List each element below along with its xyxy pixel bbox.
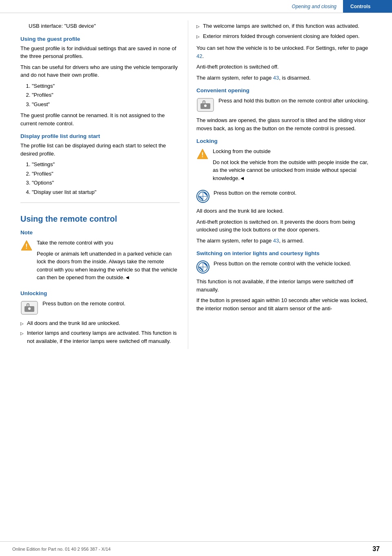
- unlocking-bullets: All doors and the trunk lid are unlocked…: [20, 319, 180, 345]
- guest-profile-heading: Using the guest profile: [20, 36, 180, 42]
- page-header: Opening and closing Controls: [0, 0, 392, 13]
- page-link-43a[interactable]: 43: [273, 75, 279, 81]
- unlocking-icon-box: Press button on the remote control.: [20, 300, 180, 315]
- locking-warning-box: ! Locking from the outside Do not lock t…: [196, 147, 372, 185]
- unlocking-antitheft-para: Anti-theft protection is switched off.: [196, 63, 372, 71]
- page-link-42[interactable]: 42: [196, 53, 202, 59]
- convenient-opening-heading: Convenient opening: [196, 87, 372, 93]
- convenient-opening-para: The windows are opened, the glass sunroo…: [196, 116, 372, 132]
- interior-lights-heading: Switching on interior lights and courtes…: [196, 250, 372, 256]
- header-chapter-label: Controls: [343, 0, 392, 13]
- locking-para1: All doors and the trunk lid are locked.: [196, 207, 372, 215]
- svg-text:!: !: [201, 151, 203, 158]
- locking-icon-text: Press button on the remote control.: [214, 189, 296, 197]
- interior-lights-para1: This function is not available, if the i…: [196, 278, 372, 294]
- note-subheading: Note: [20, 229, 180, 236]
- footer-page-number: 37: [372, 545, 380, 553]
- footer-edition: Online Edition for Part no. 01 40 2 956 …: [12, 547, 111, 552]
- header-section-label: Opening and closing: [0, 0, 343, 13]
- unlocking-alarm-para: The alarm system, refer to page 43, is d…: [196, 74, 372, 82]
- display-step-3: "Options": [32, 179, 180, 187]
- guest-step-3: "Guest": [32, 100, 180, 109]
- guest-profile-para1: The guest profile is for individual sett…: [20, 44, 180, 60]
- display-profile-para: The profile list can be displayed during…: [20, 142, 180, 158]
- chapter-title: Controls: [350, 4, 370, 9]
- guest-step-2: "Profiles": [32, 91, 180, 99]
- guest-profile-para2: This can be useful for drivers who are u…: [20, 63, 180, 79]
- remote-warning-detail: People or animals left unattended in a p…: [37, 250, 180, 282]
- interior-lights-icon-box: Press button on the remote control with …: [196, 260, 372, 274]
- left-column: USB interface: "USB device" Using the gu…: [0, 20, 188, 349]
- display-step-4: "Display user list at startup": [32, 188, 180, 196]
- section-title: Opening and closing: [292, 4, 336, 9]
- display-profile-steps: "Settings" "Profiles" "Options" "Display…: [32, 160, 180, 196]
- locking-heading: Locking: [196, 138, 372, 144]
- remote-control-warning-box: ! Take the remote control with you Peopl…: [20, 239, 180, 285]
- locking-warning-detail: Do not lock the vehicle from the outside…: [213, 158, 372, 182]
- unlocking-settings-para: You can set how the vehicle is to be unl…: [196, 44, 372, 60]
- remote-unlock-icon: [20, 300, 38, 315]
- display-step-1: "Settings": [32, 160, 180, 169]
- usb-note: USB interface: "USB device": [20, 22, 180, 30]
- page-footer: Online Edition for Part no. 01 40 2 956 …: [0, 541, 392, 556]
- guest-step-1: "Settings": [32, 82, 180, 90]
- bmw-logo-icon: [196, 190, 209, 203]
- guest-profile-steps: "Settings" "Profiles" "Guest": [32, 82, 180, 109]
- unlocking-bullet-3: The welcome lamps are switched on, if th…: [196, 22, 372, 30]
- divider: [20, 202, 180, 203]
- remote-hold-icon: [196, 98, 214, 112]
- page-link-43b[interactable]: 43: [273, 238, 279, 244]
- locking-warning-content: Locking from the outside Do not lock the…: [213, 147, 372, 185]
- locking-warning-text: Locking from the outside: [213, 147, 372, 156]
- guest-profile-note: The guest profile cannot be renamed. It …: [20, 111, 180, 127]
- display-step-2: "Profiles": [32, 170, 180, 178]
- unlocking-bullet-2: Interior lamps and courtesy lamps are ac…: [20, 329, 180, 345]
- main-content: USB interface: "USB device" Using the gu…: [0, 13, 392, 349]
- locking-para2: Anti-theft protection is switched on. It…: [196, 218, 372, 234]
- svg-point-5: [28, 307, 31, 310]
- unlocking-bullet-4: Exterior mirrors folded through convenie…: [196, 32, 372, 40]
- locking-icon-box: Press button on the remote control.: [196, 189, 372, 203]
- svg-text:!: !: [25, 243, 27, 250]
- interior-lights-icon-text: Press button on the remote control with …: [214, 260, 351, 268]
- remote-warning-content: Take the remote control with you People …: [37, 239, 180, 285]
- convenient-opening-icon-box: Press and hold this button on the remote…: [196, 97, 372, 112]
- display-profile-heading: Display profile list during start: [20, 133, 180, 139]
- right-column: The welcome lamps are switched on, if th…: [188, 20, 384, 349]
- unlocking-icon-text: Press button on the remote control.: [42, 300, 125, 308]
- locking-warning-triangle-icon: !: [196, 148, 209, 160]
- interior-lights-para2: If the button is pressed again within 10…: [196, 296, 372, 312]
- convenient-opening-text: Press and hold this button on the remote…: [218, 97, 369, 105]
- remote-control-heading: Using the remote control: [20, 214, 180, 224]
- unlocking-continued-bullets: The welcome lamps are switched on, if th…: [196, 22, 372, 40]
- unlocking-bullet-1: All doors and the trunk lid are unlocked…: [20, 319, 180, 327]
- bmw-logo-icon-2: [196, 260, 209, 274]
- locking-alarm-para: The alarm system, refer to page 43, is a…: [196, 237, 372, 245]
- warning-triangle-icon: !: [20, 240, 33, 252]
- unlocking-heading: Unlocking: [20, 290, 180, 296]
- svg-point-9: [204, 105, 207, 107]
- remote-warning-text: Take the remote control with you: [37, 239, 180, 247]
